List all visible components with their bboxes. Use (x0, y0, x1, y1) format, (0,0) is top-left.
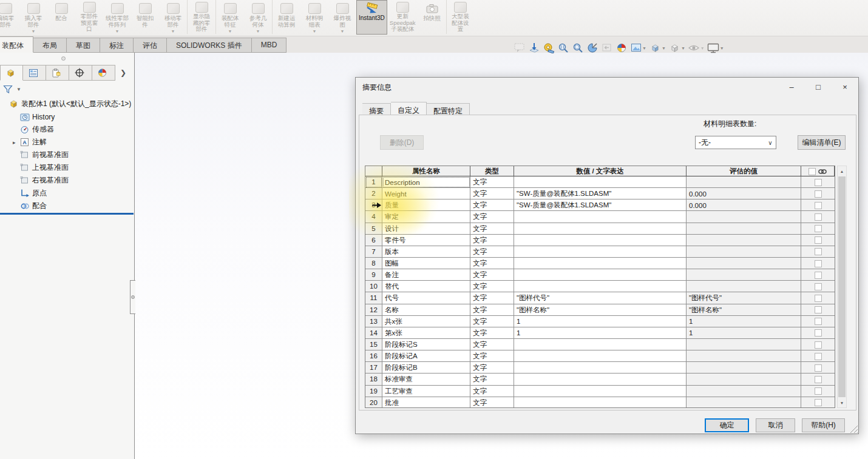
link-checkbox[interactable] (815, 364, 822, 372)
property-name-cell[interactable]: 零件号 (382, 235, 470, 246)
ok-button[interactable]: 确定 (705, 418, 749, 432)
help-button[interactable]: 帮助(H) (802, 418, 845, 432)
property-name-cell[interactable]: 代号 (382, 292, 470, 304)
ribbon-button[interactable]: 智能扣 件 ▼ (131, 0, 159, 35)
ribbon-button[interactable]: 材料明 细表 ▼ (300, 0, 328, 35)
tree-expander-icon[interactable]: ▸ (13, 139, 19, 146)
scroll-up-arrow-icon[interactable]: ▲ (838, 166, 846, 176)
property-type-cell[interactable]: 文字 (470, 350, 514, 362)
link-checkbox[interactable] (815, 179, 822, 186)
command-tab[interactable]: MBD (252, 38, 287, 53)
view-tool[interactable]: ▼ (615, 42, 628, 55)
ribbon-button[interactable]: 新建运 动算例 ▼ (273, 0, 300, 35)
property-name-cell[interactable]: 批准 (382, 397, 470, 408)
chevron-down-icon[interactable]: ∨ (765, 139, 776, 146)
panel-collapse-handle[interactable] (130, 280, 135, 314)
property-value-cell[interactable] (514, 362, 687, 374)
property-value-cell[interactable]: "图样名称" (514, 304, 687, 316)
property-type-cell[interactable]: 文字 (470, 386, 514, 397)
tree-item[interactable]: History (0, 110, 134, 123)
property-name-cell[interactable]: 替代 (382, 281, 470, 292)
link-header-checkbox[interactable] (809, 168, 816, 175)
tab-dimxpert-manager[interactable] (69, 65, 92, 81)
property-value-cell[interactable]: "图样代号" (514, 292, 687, 304)
row-number-cell[interactable]: 18 (365, 374, 382, 385)
property-type-cell[interactable]: 文字 (470, 223, 514, 235)
chevron-down-icon[interactable]: ▼ (642, 46, 646, 50)
row-number-cell[interactable]: 3 (365, 199, 382, 211)
tree-filter[interactable]: ▼ (2, 83, 21, 95)
property-value-cell[interactable] (514, 350, 687, 362)
ribbon-button[interactable]: Instant3D ▼ (356, 0, 387, 35)
minimize-button[interactable]: – (778, 78, 805, 96)
tab-property-manager[interactable] (23, 65, 46, 81)
property-value-cell[interactable] (514, 386, 687, 397)
row-number-cell[interactable]: 5 (365, 223, 382, 235)
tab-configuration-manager[interactable] (46, 65, 69, 81)
ribbon-button[interactable]: 线性零部 件阵列 ▼ (103, 0, 131, 35)
scroll-down-arrow-icon[interactable]: ▼ (838, 398, 846, 407)
property-type-cell[interactable]: 文字 (470, 176, 514, 188)
property-type-cell[interactable]: 文字 (470, 292, 514, 304)
dialog-tab[interactable]: 摘要 (362, 103, 391, 116)
property-value-cell[interactable] (514, 281, 687, 292)
row-number-cell[interactable]: 9 (365, 269, 382, 281)
view-tool[interactable]: ▼ (600, 42, 613, 55)
chevron-down-icon[interactable]: ▼ (700, 46, 705, 50)
property-type-cell[interactable]: 文字 (470, 362, 514, 374)
row-number-cell[interactable]: 14 (365, 327, 382, 339)
table-scrollbar[interactable]: ▲ ▼ (837, 166, 847, 408)
ribbon-button[interactable]: 零部件 预览窗 口 ▼ (75, 0, 103, 35)
ribbon-button[interactable]: 装配体 特征 ▼ (216, 0, 244, 35)
property-value-cell[interactable]: "SW-质量@装配体1.SLDASM" (514, 199, 687, 211)
row-number-cell[interactable]: 20 (365, 397, 382, 408)
row-number-cell[interactable]: 19 (365, 386, 382, 397)
property-name-cell[interactable]: Weight (382, 188, 470, 199)
link-checkbox[interactable] (815, 341, 822, 349)
view-tool[interactable]: ▼ (668, 42, 686, 55)
tab-display-manager[interactable] (92, 65, 115, 81)
property-type-cell[interactable]: 文字 (470, 304, 514, 316)
rollback-bar[interactable] (0, 213, 134, 215)
row-number-cell[interactable]: 4 (365, 211, 382, 223)
property-value-cell[interactable]: 1 (514, 316, 687, 327)
property-name-cell[interactable]: 阶段标记A (382, 350, 470, 362)
command-tab[interactable]: 布局 (33, 38, 67, 53)
chevron-down-icon[interactable]: ▼ (681, 46, 685, 50)
property-value-cell[interactable] (514, 397, 687, 408)
property-type-cell[interactable]: 文字 (470, 199, 514, 211)
row-number-cell[interactable]: 15 (365, 339, 382, 350)
link-checkbox[interactable] (815, 318, 822, 325)
property-value-cell[interactable] (514, 246, 687, 258)
property-type-cell[interactable]: 文字 (470, 235, 514, 246)
command-tab[interactable]: SOLIDWORKS 插件 (167, 38, 252, 53)
ribbon-button[interactable]: 拍快照 ▼ (418, 0, 446, 35)
tree-item[interactable]: 原点 (0, 187, 134, 199)
panel-expand-arrow[interactable]: ❯ (115, 65, 131, 81)
row-number-cell[interactable]: 1 (365, 176, 382, 188)
property-value-cell[interactable] (514, 258, 687, 269)
command-tab[interactable]: 装配体 (0, 36, 33, 53)
row-number-cell[interactable]: 11 (365, 292, 382, 304)
row-number-cell[interactable]: 6 (365, 235, 382, 246)
dialog-titlebar[interactable]: 摘要信息 – □ × (356, 78, 858, 96)
property-value-cell[interactable] (514, 176, 687, 188)
chevron-down-icon[interactable]: ▼ (720, 46, 724, 50)
ribbon-button[interactable]: 爆炸视 图 ▼ (328, 0, 356, 35)
property-type-cell[interactable]: 文字 (470, 269, 514, 281)
property-name-cell[interactable]: 备注 (382, 269, 470, 281)
cancel-button[interactable]: 取消 (756, 418, 795, 432)
property-name-cell[interactable]: Description (382, 176, 470, 188)
property-name-cell[interactable]: 审定 (382, 211, 470, 223)
property-name-cell[interactable]: 版本 (382, 246, 470, 258)
row-number-cell[interactable]: 10 (365, 281, 382, 292)
link-checkbox[interactable] (815, 213, 822, 221)
command-tab[interactable]: 评估 (134, 38, 167, 53)
tree-item[interactable]: 右视基准面 (0, 174, 134, 187)
link-checkbox[interactable] (815, 353, 822, 360)
link-checkbox[interactable] (815, 202, 822, 209)
ribbon-button[interactable]: 参考几 何体 ▼ (244, 0, 272, 35)
dialog-tab[interactable]: 配置特定 (427, 103, 470, 116)
view-tool[interactable]: ▼ (586, 42, 598, 55)
property-name-cell[interactable]: 图幅 (382, 258, 470, 269)
